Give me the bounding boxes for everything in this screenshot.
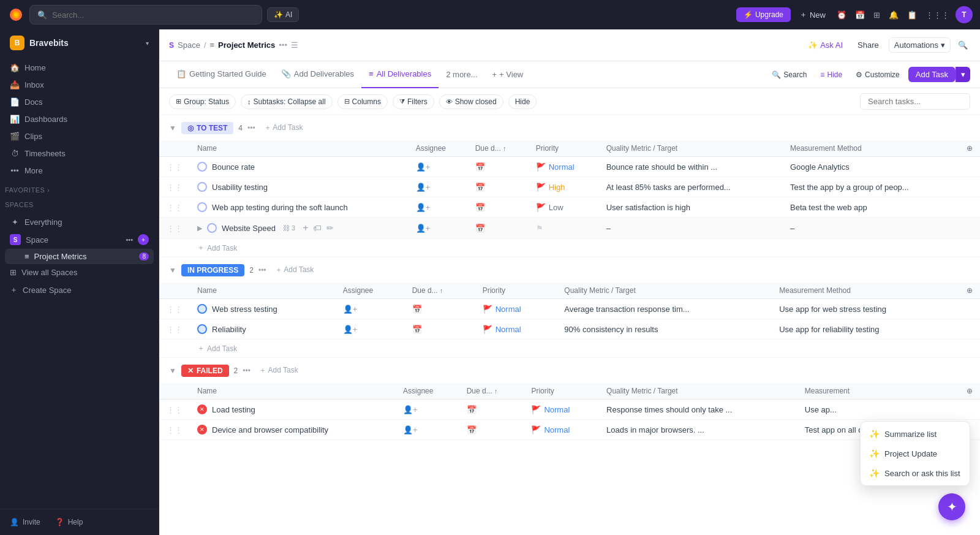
tab-getting-started[interactable]: 📋 Getting Started Guide (169, 61, 274, 88)
to-test-add-task[interactable]: ＋ Add Task (260, 121, 307, 134)
header-search-icon[interactable]: 🔍 (956, 38, 970, 52)
assignee-icon[interactable]: 👤+ (416, 224, 431, 233)
task-due[interactable]: 📅 (405, 299, 475, 319)
sidebar-item-home[interactable]: 🏠 Home (5, 59, 154, 76)
search-tasks-input[interactable] (860, 93, 970, 110)
sidebar-item-view-all-spaces[interactable]: ⊞ View all Spaces (5, 264, 154, 281)
group-status-chip[interactable]: ⊞ Group: Status (169, 94, 236, 109)
th-add-col[interactable]: ⊕ (959, 140, 980, 157)
assignee-icon[interactable]: 👤+ (343, 305, 358, 314)
layout-icon[interactable]: ⊞ (871, 8, 883, 22)
add-task-inline-button-inprogress[interactable]: ＋ Add Task (197, 343, 973, 354)
invite-button[interactable]: 👤 Invite (5, 514, 45, 530)
task-priority[interactable]: 🚩Normal (524, 420, 599, 440)
task-name-cell[interactable]: Bounce rate (190, 157, 409, 177)
add-task-button[interactable]: Add Task (908, 67, 956, 82)
upgrade-button[interactable]: ⚡ Upgrade (736, 7, 791, 22)
ai-button[interactable]: ✨ AI (267, 7, 299, 22)
space-add-icon[interactable]: + (138, 234, 149, 245)
sidebar-item-clips[interactable]: 🎬 Clips (5, 127, 154, 145)
assignee-icon[interactable]: 👤+ (403, 425, 418, 434)
task-priority[interactable]: 🚩Low (529, 197, 599, 218)
show-closed-chip[interactable]: 👁 Show closed (439, 94, 503, 109)
edit-icon[interactable]: ✏ (326, 223, 334, 233)
failed-dots[interactable]: ••• (243, 366, 251, 375)
search-ask-button[interactable]: ✨ Search or ask this list (861, 463, 970, 483)
tag-icon[interactable]: 🏷 (313, 223, 322, 233)
task-priority[interactable]: 🚩Normal (524, 400, 599, 420)
share-button[interactable]: Share (853, 38, 884, 52)
calendar-icon[interactable]: 📅 (412, 305, 422, 314)
calendar-icon[interactable]: 📅 (475, 203, 485, 212)
search-input[interactable] (52, 10, 254, 20)
hide-chip[interactable]: Hide (508, 94, 537, 109)
tab-add-view[interactable]: + + View (488, 67, 529, 82)
task-priority[interactable]: 🚩Normal (475, 319, 557, 340)
task-assignee[interactable]: 👤+ (396, 420, 459, 440)
sidebar-item-more[interactable]: ••• More (5, 162, 154, 179)
tab-more[interactable]: 2 more... (439, 61, 484, 88)
in-progress-dots[interactable]: ••• (258, 266, 266, 275)
task-due[interactable]: 📅 (468, 157, 529, 177)
sidebar-item-create-space[interactable]: ＋ Create Space (5, 281, 154, 299)
hamburger-icon[interactable]: ☰ (291, 40, 298, 50)
task-priority[interactable]: 🚩High (529, 177, 599, 197)
calendar-icon[interactable]: 📅 (467, 405, 477, 414)
add-task-inline-button[interactable]: ＋ Add Task (197, 243, 973, 253)
filters-chip[interactable]: ⧩ Filters (393, 94, 434, 109)
task-name-cell[interactable]: Usability testing (190, 177, 409, 197)
task-due[interactable]: 📅 (459, 400, 524, 420)
subtasks-chip[interactable]: ↕ Subtasks: Collapse all (241, 94, 333, 109)
group-collapse-failed[interactable]: ▼ (169, 366, 176, 375)
summarize-list-button[interactable]: ✨ Summarize list (861, 424, 970, 444)
task-due[interactable]: 📅 (459, 420, 524, 440)
assignee-icon[interactable]: 👤+ (416, 203, 431, 212)
task-assignee[interactable]: 👤+ (409, 157, 468, 177)
sidebar-item-project-metrics[interactable]: ≡ Project Metrics 8 (5, 249, 154, 264)
task-assignee[interactable]: 👤+ (396, 400, 459, 420)
fab-button[interactable]: ✦ (938, 493, 965, 520)
task-priority[interactable]: ⚑ (529, 218, 599, 239)
task-name-cell[interactable]: Web stress testing (190, 299, 336, 319)
calendar-icon[interactable]: 📅 (475, 224, 485, 233)
task-name-cell[interactable]: Reliability (190, 319, 336, 340)
task-name-cell[interactable]: Web app testing during the soft launch (190, 197, 409, 218)
task-name-cell[interactable]: ▶ Website Speed ⛓ 3 + 🏷 ✏ (190, 218, 409, 239)
add-task-dropdown[interactable]: ▾ (956, 67, 970, 82)
task-due[interactable]: 📅 (468, 197, 529, 218)
sidebar-item-docs[interactable]: 📄 Docs (5, 93, 154, 110)
columns-chip[interactable]: ⊟ Columns (337, 94, 388, 109)
group-collapse-inprogress[interactable]: ▼ (169, 266, 176, 275)
sidebar-item-everything[interactable]: ✦ Everything (5, 213, 154, 230)
th-add-col[interactable]: ⊕ (959, 383, 980, 400)
task-due[interactable]: 📅 (468, 177, 529, 197)
clock-icon[interactable]: ⏰ (834, 8, 849, 22)
group-collapse-to-test[interactable]: ▼ (169, 124, 176, 132)
ask-ai-button[interactable]: ✨ Ask AI (803, 38, 848, 52)
help-button[interactable]: ❓ Help (50, 514, 88, 530)
workspace-selector[interactable]: B Bravebits ▾ (0, 29, 159, 56)
task-assignee[interactable]: 👤+ (336, 299, 405, 319)
calendar-icon[interactable]: 📅 (853, 8, 867, 22)
task-priority[interactable]: 🚩Normal (475, 299, 557, 319)
assignee-icon[interactable]: 👤+ (343, 325, 358, 334)
customize-button[interactable]: ⚙ Customize (851, 68, 905, 82)
project-update-button[interactable]: ✨ Project Update (861, 444, 970, 463)
assignee-icon[interactable]: 👤+ (403, 405, 418, 414)
calendar-icon[interactable]: 📅 (475, 162, 485, 172)
task-priority[interactable]: 🚩Normal (529, 157, 599, 177)
task-name-cell[interactable]: Device and browser compatibility (190, 420, 396, 440)
task-assignee[interactable]: 👤+ (336, 319, 405, 340)
assignee-icon[interactable]: 👤+ (416, 162, 431, 172)
calendar-icon[interactable]: 📅 (467, 425, 477, 434)
sidebar-item-space[interactable]: S Space ••• + (5, 230, 154, 249)
calendar-icon[interactable]: 📅 (412, 325, 422, 334)
hide-button[interactable]: ≡ Hide (815, 68, 847, 82)
add-task-row[interactable]: ＋ Add Task (159, 239, 980, 257)
calendar-icon[interactable]: 📅 (475, 183, 485, 192)
add-subtask-icon[interactable]: + (303, 222, 308, 233)
grid-icon[interactable]: ⋮⋮⋮ (923, 8, 952, 22)
add-task-row[interactable]: ＋ Add Task (159, 340, 980, 358)
sidebar-item-inbox[interactable]: 📥 Inbox (5, 76, 154, 93)
space-more-icon[interactable]: ••• (126, 236, 133, 243)
